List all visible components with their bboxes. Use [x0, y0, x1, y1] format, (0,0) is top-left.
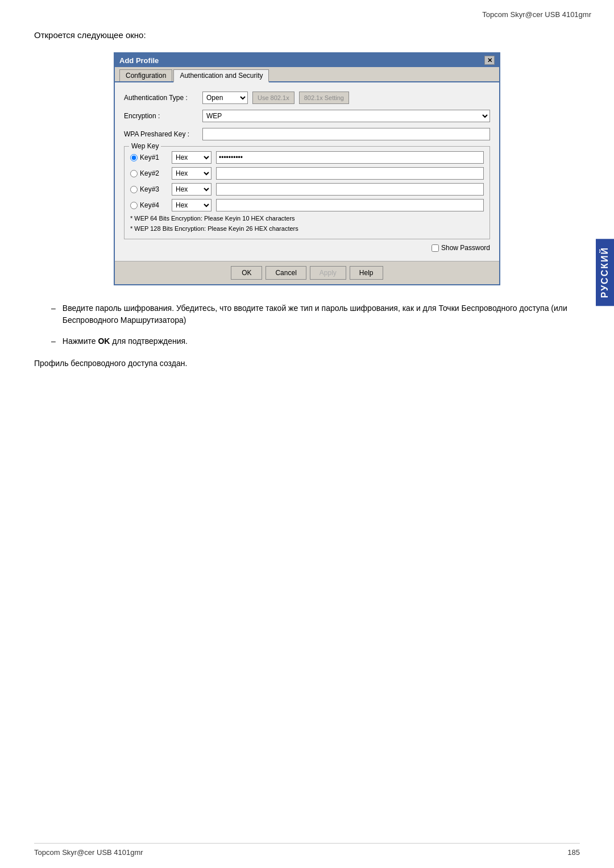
dialog-titlebar: Add Profile ✕ [115, 53, 499, 67]
wpa-input[interactable] [202, 128, 490, 140]
key4-input[interactable] [216, 199, 484, 211]
show-password-checkbox[interactable] [432, 244, 439, 252]
dialog-tabs: Configuration Authentication and Securit… [115, 67, 499, 82]
bullet-text-2-before: Нажмите [63, 337, 98, 346]
key3-radio[interactable] [130, 186, 138, 193]
header-title: Topcom Skyr@cer USB 4101gmr [482, 10, 591, 19]
key4-radio[interactable] [130, 202, 138, 209]
key2-input[interactable] [216, 167, 484, 180]
key1-format-select[interactable]: Hex [172, 151, 211, 164]
help-button[interactable]: Help [350, 266, 383, 280]
key1-row: Key#1 Hex [130, 151, 484, 164]
key3-radio-label[interactable]: Key#3 [130, 185, 167, 193]
key4-format-select[interactable]: Hex [172, 199, 211, 211]
key2-radio[interactable] [130, 170, 138, 177]
key4-row: Key#4 Hex [130, 199, 484, 211]
show-password-row: Show Password [124, 244, 490, 252]
main-content: Откроется следующее окно: Add Profile ✕ … [0, 24, 614, 402]
cancel-button[interactable]: Cancel [265, 266, 306, 280]
key2-radio-label[interactable]: Key#2 [130, 169, 167, 177]
tab-authentication-security[interactable]: Authentication and Security [173, 69, 269, 82]
encryption-row: Encryption : WEP [124, 110, 490, 122]
bullet-item-2: – Нажмите OK для подтверждения. [51, 335, 580, 347]
tab-configuration[interactable]: Configuration [119, 69, 172, 81]
key2-format-select[interactable]: Hex [172, 167, 211, 180]
wpa-label: WPA Preshared Key : [124, 130, 198, 138]
bullet-text-2: Нажмите OK для подтверждения. [63, 335, 188, 347]
bullet-list: – Введите пароль шифрования. Убедитесь, … [51, 302, 580, 347]
bullet-dash-2: – [51, 335, 56, 347]
bullet-text-1: Введите пароль шифрования. Убедитесь, чт… [63, 302, 580, 326]
side-tab: РУССКИЙ [596, 239, 614, 306]
bullet-item-1: – Введите пароль шифрования. Убедитесь, … [51, 302, 580, 326]
show-password-label: Show Password [441, 244, 490, 252]
wep-note-64: * WEP 64 Bits Encryption: Please Keyin 1… [130, 215, 484, 222]
auth-type-row: Authentication Type : Open Use 802.1x 80… [124, 92, 490, 104]
ok-button[interactable]: OK [231, 266, 262, 280]
bullet-text-2-after: для подтверждения. [110, 337, 188, 346]
dialog: Add Profile ✕ Configuration Authenticati… [114, 52, 500, 285]
dialog-wrapper: Add Profile ✕ Configuration Authenticati… [114, 52, 500, 285]
key3-format-select[interactable]: Hex [172, 183, 211, 196]
close-button[interactable]: ✕ [484, 56, 495, 65]
bullet-dash-1: – [51, 302, 56, 326]
profile-text: Профиль беспроводного доступа создан. [34, 359, 580, 368]
key4-radio-label[interactable]: Key#4 [130, 201, 167, 209]
bullet-text-2-bold: OK [98, 337, 110, 346]
key3-row: Key#3 Hex [130, 183, 484, 196]
use-802x-button[interactable]: Use 802.1x [252, 92, 294, 104]
intro-text: Откроется следующее окно: [34, 30, 580, 40]
encryption-label: Encryption : [124, 112, 198, 120]
auth-type-label: Authentication Type : [124, 94, 198, 102]
wep-key-group: Wep Key Key#1 Hex [124, 146, 490, 239]
encryption-select[interactable]: WEP [202, 110, 490, 122]
key1-radio-label[interactable]: Key#1 [130, 153, 167, 161]
dialog-title: Add Profile [119, 56, 159, 65]
key1-input[interactable] [216, 151, 484, 164]
wep-note-128: * WEP 128 Bits Encryption: Please Keyin … [130, 225, 484, 232]
802x-setting-button[interactable]: 802.1x Setting [299, 92, 349, 104]
dialog-footer: OK Cancel Apply Help [115, 261, 499, 284]
auth-type-select[interactable]: Open [202, 92, 248, 104]
dialog-body: Authentication Type : Open Use 802.1x 80… [115, 82, 499, 261]
footer-left: Topcom Skyr@cer USB 4101gmr [34, 848, 143, 857]
page-header: Topcom Skyr@cer USB 4101gmr [0, 0, 614, 24]
wep-key-legend: Wep Key [129, 142, 161, 150]
key1-radio[interactable] [130, 154, 138, 161]
footer-right: 185 [567, 848, 580, 857]
page-footer: Topcom Skyr@cer USB 4101gmr 185 [34, 843, 580, 857]
apply-button[interactable]: Apply [310, 266, 346, 280]
key3-input[interactable] [216, 183, 484, 196]
wpa-row: WPA Preshared Key : [124, 128, 490, 140]
key2-row: Key#2 Hex [130, 167, 484, 180]
